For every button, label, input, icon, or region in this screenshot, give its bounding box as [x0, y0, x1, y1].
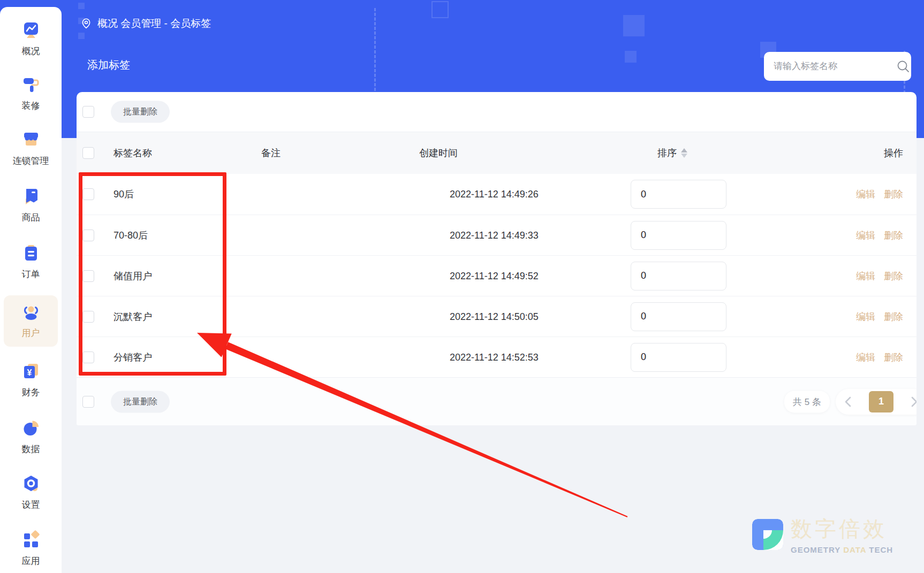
delete-link[interactable]: 删除	[884, 229, 903, 242]
tag-name: 沉默客户	[113, 310, 152, 323]
sort-toggle-icon[interactable]	[681, 148, 687, 158]
footer-select-all-checkbox[interactable]	[82, 396, 94, 408]
breadcrumb-text: 概况 会员管理 - 会员标签	[97, 17, 211, 30]
decor-square-outline	[431, 1, 449, 18]
watermark-cn-text: 数字倍效	[791, 514, 893, 544]
row-checkbox[interactable]	[82, 270, 94, 282]
sort-order-input[interactable]	[631, 221, 726, 250]
watermark-en-data: DATA	[843, 545, 866, 554]
tag-created-time: 2022-11-12 14:52:53	[450, 352, 539, 363]
search-icon[interactable]	[896, 59, 910, 73]
clipboard-icon	[21, 243, 41, 263]
sidebar-item-label: 装修	[0, 100, 62, 112]
yuan-icon: ¥	[21, 362, 41, 381]
watermark-en-text: GEOMETRY DATA TECH	[791, 545, 893, 554]
pagination: 1	[836, 389, 917, 415]
sidebar-item-data[interactable]: 数据	[0, 418, 62, 455]
apps-grid-icon	[21, 530, 41, 549]
gear-icon	[21, 474, 41, 493]
column-header-actions: 操作	[884, 147, 903, 159]
tag-name: 70-80后	[113, 229, 148, 242]
sort-order-input[interactable]	[631, 180, 726, 209]
sort-order-input[interactable]	[631, 302, 726, 331]
pagination-total: 共 5 条	[784, 391, 830, 412]
sidebar-item-label: 商品	[0, 211, 62, 224]
current-page-button[interactable]: 1	[869, 391, 893, 412]
column-header-created: 创建时间	[419, 147, 458, 159]
prev-page-button[interactable]	[843, 395, 853, 408]
column-header-sort: 排序	[657, 147, 687, 159]
watermark-en-tech: TECH	[869, 545, 893, 554]
storefront-icon	[21, 130, 41, 149]
add-tag-button[interactable]: 添加标签	[87, 58, 130, 72]
decor-dashed-line	[374, 8, 376, 91]
decor-square	[78, 33, 85, 39]
edit-link[interactable]: 编辑	[856, 188, 875, 201]
tag-created-time: 2022-11-12 14:50:05	[450, 311, 539, 322]
edit-link[interactable]: 编辑	[856, 310, 875, 323]
sidebar-item-finance[interactable]: ¥ 财务	[0, 362, 62, 399]
batch-delete-button[interactable]: 批量删除	[111, 101, 170, 123]
tag-table-card: 批量删除 标签名称 备注 创建时间 排序 操作 90后 2022-11-12 1…	[77, 92, 917, 425]
svg-text:¥: ¥	[27, 368, 32, 377]
sort-order-input[interactable]	[631, 262, 726, 291]
table-row: 70-80后 2022-11-12 14:49:33 编辑 删除	[77, 215, 917, 255]
sidebar-item-overview[interactable]: 概况	[0, 20, 62, 57]
header-checkbox[interactable]	[82, 147, 94, 159]
delete-link[interactable]: 删除	[884, 188, 903, 201]
row-checkbox[interactable]	[82, 230, 94, 241]
tag-created-time: 2022-11-12 14:49:26	[450, 189, 539, 200]
sidebar-item-products[interactable]: 商品	[0, 187, 62, 224]
delete-link[interactable]: 删除	[884, 351, 903, 364]
sort-order-input[interactable]	[631, 343, 726, 372]
edit-link[interactable]: 编辑	[856, 229, 875, 242]
bookmark-icon	[21, 187, 41, 206]
decor-square	[623, 15, 645, 36]
next-page-button[interactable]	[910, 395, 917, 408]
decor-square	[625, 51, 637, 63]
decor-square	[78, 3, 85, 9]
watermark-en-geometry: GEOMETRY	[791, 545, 840, 554]
table-row: 分销客户 2022-11-12 14:52:53 编辑 删除	[77, 337, 917, 377]
users-icon	[21, 302, 41, 322]
tag-created-time: 2022-11-12 14:49:33	[450, 230, 539, 241]
breadcrumb: 概况 会员管理 - 会员标签	[80, 17, 211, 30]
column-header-name: 标签名称	[113, 147, 152, 159]
delete-link[interactable]: 删除	[884, 310, 903, 323]
tag-name: 分销客户	[113, 351, 152, 364]
sidebar-item-label: 连锁管理	[0, 155, 62, 167]
table-footer: 批量删除 共 5 条 1	[77, 377, 917, 425]
select-all-checkbox[interactable]	[82, 106, 94, 118]
footer-batch-delete-button[interactable]: 批量删除	[111, 391, 170, 412]
paint-roller-icon	[21, 75, 41, 94]
edit-link[interactable]: 编辑	[856, 351, 875, 364]
search-input[interactable]	[764, 61, 896, 72]
sidebar-item-label: 概况	[0, 45, 62, 57]
row-checkbox[interactable]	[82, 188, 94, 200]
column-header-note: 备注	[261, 147, 281, 159]
sidebar-item-settings[interactable]: 设置	[0, 474, 62, 511]
tag-name: 储值用户	[113, 270, 152, 282]
geometry-logo-icon	[752, 519, 783, 550]
sidebar: 概况 装修 连锁管理	[0, 7, 62, 573]
table-row: 沉默客户 2022-11-12 14:50:05 编辑 删除	[77, 296, 917, 337]
delete-link[interactable]: 删除	[884, 270, 903, 282]
row-checkbox[interactable]	[82, 311, 94, 323]
row-checkbox[interactable]	[82, 352, 94, 363]
table-row: 90后 2022-11-12 14:49:26 编辑 删除	[77, 174, 917, 215]
sidebar-item-chain-management[interactable]: 连锁管理	[0, 130, 62, 167]
table-header-row: 标签名称 备注 创建时间 排序 操作	[77, 132, 917, 174]
location-pin-icon	[80, 18, 92, 29]
sidebar-item-label: 订单	[0, 268, 62, 280]
sidebar-item-label: 设置	[0, 499, 62, 511]
sidebar-item-label: 应用	[0, 555, 62, 567]
watermark-logo: 数字倍效 GEOMETRY DATA TECH	[752, 514, 893, 554]
sidebar-item-users[interactable]: 用户	[4, 295, 58, 347]
sidebar-item-apps[interactable]: 应用	[0, 530, 62, 567]
edit-link[interactable]: 编辑	[856, 270, 875, 282]
column-header-sort-label: 排序	[657, 147, 677, 159]
tag-created-time: 2022-11-12 14:49:52	[450, 270, 539, 281]
sidebar-item-decorate[interactable]: 装修	[0, 75, 62, 112]
tag-name: 90后	[113, 188, 134, 201]
sidebar-item-orders[interactable]: 订单	[0, 243, 62, 280]
